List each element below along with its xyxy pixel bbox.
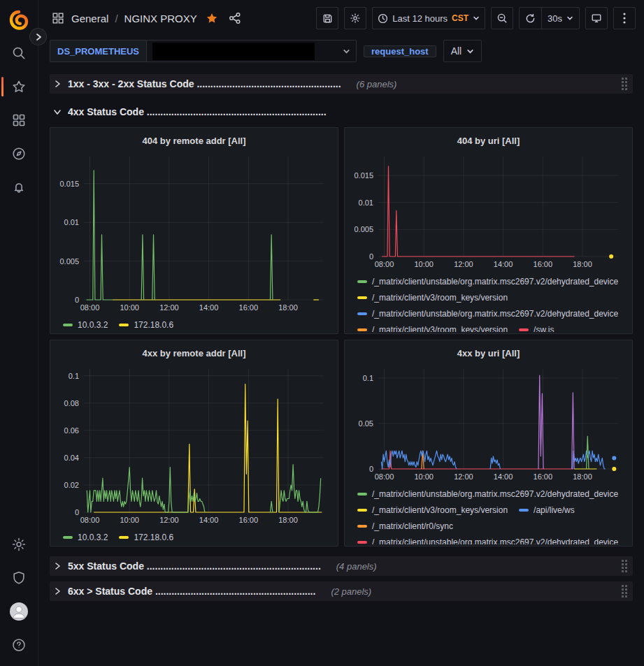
- legend-label: 172.18.0.6: [134, 533, 173, 542]
- save-icon: [322, 13, 333, 24]
- legend-swatch: [357, 296, 367, 299]
- refresh-interval-picker[interactable]: 30s: [541, 8, 579, 29]
- cycle-view-mode-button[interactable]: [585, 7, 608, 29]
- legend-swatch: [519, 509, 529, 512]
- monitor-icon: [591, 13, 602, 24]
- drag-handle-icon[interactable]: [622, 560, 627, 572]
- bell-icon: [11, 180, 27, 195]
- legend-item[interactable]: 172.18.0.6: [119, 320, 173, 330]
- svg-text:16:00: 16:00: [534, 472, 553, 481]
- sidebar-item-alerting[interactable]: [0, 171, 38, 204]
- legend-item[interactable]: /_matrix/client/unstable/org.matrix.msc2…: [357, 537, 618, 545]
- share-icon[interactable]: [227, 10, 243, 27]
- time-range-picker[interactable]: Last 12 hours CST: [372, 7, 485, 29]
- legend-item[interactable]: /_matrix/client/unstable/org.matrix.msc2…: [357, 309, 618, 319]
- dashboard-settings-button[interactable]: [344, 7, 366, 29]
- legend-item[interactable]: /sw.js: [519, 325, 554, 333]
- favorite-star-icon[interactable]: [203, 10, 220, 27]
- timeseries-chart[interactable]: 00.020.040.060.080.108:0010:0012:0014:00…: [56, 362, 332, 528]
- drag-handle-icon[interactable]: [622, 78, 627, 90]
- legend-swatch: [519, 328, 529, 331]
- panel-title[interactable]: 404 by remote addr [All]: [56, 131, 332, 150]
- more-options-button[interactable]: [613, 7, 636, 29]
- svg-text:0.02: 0.02: [64, 481, 79, 489]
- sidebar-item-help[interactable]: [0, 628, 38, 662]
- timeseries-chart[interactable]: 00.0050.010.01508:0010:0012:0014:0016:00…: [56, 150, 332, 315]
- legend-item[interactable]: /api/live/ws: [519, 505, 575, 515]
- sidebar-item-server-admin[interactable]: [0, 561, 38, 595]
- legend-swatch: [357, 493, 367, 495]
- variable-value-ds-prometheus[interactable]: [147, 40, 357, 62]
- legend-item[interactable]: 10.0.3.2: [63, 320, 108, 330]
- legend-swatch: [357, 328, 367, 331]
- row-1xx-3xx-2xx-status-code[interactable]: 1xx - 3xx - 2xx Status Code ............…: [50, 74, 633, 94]
- gear-icon: [11, 537, 27, 552]
- legend-swatch: [357, 312, 367, 315]
- settings-gear-icon: [350, 13, 361, 24]
- svg-text:16:00: 16:00: [239, 303, 259, 312]
- timeseries-chart[interactable]: 00.0050.010.01508:0010:0012:0014:0016:00…: [350, 150, 627, 272]
- legend-swatch: [357, 509, 367, 512]
- legend-label: /_matrix/client/v3/room_keys/version: [372, 325, 508, 333]
- row-4xx-status-code[interactable]: 4xx Status Code ........................…: [50, 102, 633, 122]
- panel-title[interactable]: 404 by uri [All]: [350, 131, 627, 150]
- timeseries-chart[interactable]: 00.050.108:0010:0012:0014:0016:0018:00: [350, 362, 627, 484]
- zoom-out-icon: [496, 13, 508, 24]
- chart-legend: /_matrix/client/unstable/org.matrix.msc2…: [350, 484, 627, 544]
- drag-handle-icon[interactable]: [622, 585, 627, 598]
- row-title: 5xx Status Code: [68, 560, 144, 572]
- refresh-icon: [525, 13, 536, 24]
- row-5xx-status-code[interactable]: 5xx Status Code ........................…: [50, 556, 633, 576]
- legend-swatch: [63, 324, 73, 326]
- apps-breadcrumb-icon: [51, 11, 65, 25]
- sidebar-item-explore[interactable]: [0, 137, 38, 171]
- expand-sidebar-button[interactable]: [29, 28, 47, 45]
- svg-text:18:00: 18:00: [573, 260, 592, 268]
- legend-item[interactable]: /_matrix/client/v3/room_keys/version: [357, 505, 508, 515]
- panel-title[interactable]: 4xx by remote addr [All]: [56, 344, 332, 362]
- sidebar-item-configuration[interactable]: [0, 528, 38, 561]
- variable-value-request-host[interactable]: All: [443, 40, 482, 62]
- save-dashboard-button[interactable]: [316, 7, 338, 29]
- sidebar-item-dashboards[interactable]: [0, 103, 38, 137]
- svg-text:10:00: 10:00: [414, 472, 434, 481]
- legend-label: /_matrix/client/v3/room_keys/version: [372, 293, 508, 303]
- breadcrumb-separator: /: [115, 13, 117, 24]
- svg-text:14:00: 14:00: [199, 303, 219, 312]
- svg-text:0.015: 0.015: [59, 180, 79, 188]
- svg-text:0.1: 0.1: [69, 372, 79, 380]
- row-6xx-status-code[interactable]: 6xx > Status Code ......................…: [50, 581, 633, 601]
- sidebar-item-starred[interactable]: [0, 70, 38, 103]
- panel-4xx-by-remote-addr: 4xx by remote addr [All] 00.020.040.060.…: [50, 340, 338, 546]
- panel-title[interactable]: 4xx by uri [All]: [350, 344, 627, 362]
- svg-text:14:00: 14:00: [494, 260, 513, 268]
- time-range-label: Last 12 hours: [392, 13, 448, 24]
- svg-text:12:00: 12:00: [159, 516, 179, 524]
- svg-text:18:00: 18:00: [278, 516, 298, 524]
- row-title-dots: ........................................…: [147, 106, 327, 117]
- legend-item[interactable]: 10.0.3.2: [63, 533, 108, 542]
- zoom-out-time-button[interactable]: [491, 7, 513, 29]
- svg-text:08:00: 08:00: [375, 472, 394, 481]
- chart-legend: 10.0.3.2172.18.0.6: [56, 315, 332, 333]
- legend-item[interactable]: /_matrix/client/unstable/org.matrix.msc2…: [357, 277, 618, 287]
- legend-swatch: [119, 536, 129, 539]
- variable-label-ds-prometheus: DS_PROMETHEUS: [50, 40, 147, 62]
- panel-grid: 404 by remote addr [All] 00.0050.010.015…: [50, 127, 633, 546]
- breadcrumb-title[interactable]: NGINX PROXY: [124, 13, 197, 24]
- variable-label-request-host: request_host: [364, 45, 436, 57]
- breadcrumb-section[interactable]: General: [71, 13, 108, 24]
- row-panel-count: (2 panels): [331, 586, 371, 597]
- dashboard-canvas: 1xx - 3xx - 2xx Status Code ............…: [38, 68, 644, 601]
- legend-item[interactable]: /_matrix/client/unstable/org.matrix.msc2…: [357, 489, 618, 499]
- legend-item[interactable]: /_matrix/client/v3/room_keys/version: [357, 325, 508, 333]
- legend-item[interactable]: 172.18.0.6: [119, 533, 173, 542]
- svg-text:18:00: 18:00: [278, 303, 298, 312]
- legend-item[interactable]: /_matrix/client/r0/sync: [357, 521, 453, 531]
- chart-legend: 10.0.3.2172.18.0.6: [56, 528, 332, 545]
- refresh-dashboard-button[interactable]: [520, 8, 541, 29]
- user-silhouette-icon: [10, 602, 28, 621]
- sidebar-item-profile[interactable]: [0, 595, 38, 628]
- panel-4xx-by-uri: 4xx by uri [All] 00.050.108:0010:0012:00…: [344, 340, 633, 546]
- legend-item[interactable]: /_matrix/client/v3/room_keys/version: [357, 293, 508, 303]
